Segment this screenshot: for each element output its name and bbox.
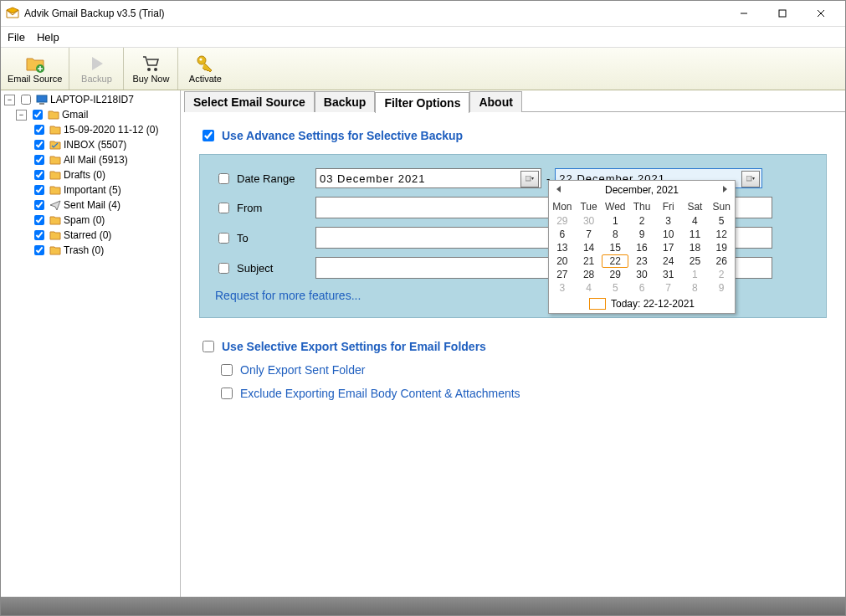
- calendar-day[interactable]: 27: [549, 268, 576, 281]
- tree-checkbox[interactable]: [34, 215, 44, 225]
- calendar-day[interactable]: 8: [682, 281, 709, 295]
- tab-select-email-source[interactable]: Select Email Source: [184, 91, 315, 112]
- tree-checkbox[interactable]: [34, 125, 44, 135]
- calendar-day[interactable]: 12: [708, 228, 735, 241]
- tab-about[interactable]: About: [469, 91, 521, 112]
- from-checkbox[interactable]: [218, 203, 229, 213]
- calendar-day[interactable]: 23: [628, 254, 655, 268]
- date-picker-popup[interactable]: December, 2021 MonTueWedThuFriSatSun 293…: [548, 180, 736, 314]
- calendar-day[interactable]: 9: [628, 228, 655, 241]
- date-from-input[interactable]: 03 December 2021: [315, 168, 541, 188]
- tree-folder[interactable]: 15-09-2020 11-12 (0): [1, 122, 180, 137]
- calendar-day[interactable]: 29: [549, 214, 576, 228]
- maximize-button[interactable]: [763, 1, 802, 26]
- calendar-day[interactable]: 26: [708, 254, 735, 268]
- calendar-day[interactable]: 6: [549, 228, 576, 241]
- tree-folder[interactable]: Important (5): [1, 182, 180, 198]
- tab-filter-options[interactable]: Filter Options: [375, 92, 469, 113]
- calendar-day[interactable]: 2: [628, 214, 655, 228]
- tree-account[interactable]: − Gmail: [1, 107, 180, 122]
- expand-toggle[interactable]: −: [16, 110, 27, 121]
- menu-file[interactable]: File: [8, 31, 25, 44]
- calendar-day[interactable]: 1: [602, 214, 628, 228]
- tree-folder[interactable]: Drafts (0): [1, 167, 180, 182]
- date-to-dropdown[interactable]: [741, 171, 760, 187]
- calendar-day[interactable]: 25: [682, 254, 709, 268]
- tree-folder[interactable]: Sent Mail (4): [1, 198, 180, 213]
- calendar-day[interactable]: 16: [628, 241, 655, 254]
- tree-checkbox[interactable]: [34, 200, 44, 210]
- tree-folder[interactable]: INBOX (5507): [1, 137, 180, 152]
- calendar-day[interactable]: 18: [682, 241, 709, 254]
- calendar-day[interactable]: 31: [655, 268, 682, 281]
- calendar-day[interactable]: 19: [708, 241, 735, 254]
- calendar-day[interactable]: 7: [576, 228, 602, 241]
- calendar-day[interactable]: 7: [655, 281, 682, 295]
- calendar-prev[interactable]: [554, 184, 564, 194]
- tree-root[interactable]: − LAPTOP-IL218ID7: [1, 92, 180, 107]
- calendar-day[interactable]: 21: [576, 254, 602, 268]
- calendar-day[interactable]: 5: [602, 281, 628, 295]
- tree-checkbox[interactable]: [33, 110, 43, 120]
- tab-backup[interactable]: Backup: [315, 91, 376, 112]
- use-advance-settings-checkbox[interactable]: [203, 130, 214, 141]
- calendar-day[interactable]: 2: [708, 268, 735, 281]
- calendar-day[interactable]: 28: [576, 268, 602, 281]
- tree-checkbox[interactable]: [34, 245, 44, 255]
- calendar-day[interactable]: 3: [655, 214, 682, 228]
- calendar-day[interactable]: 13: [549, 241, 576, 254]
- tree-checkbox[interactable]: [34, 185, 44, 195]
- calendar-day[interactable]: 15: [602, 241, 628, 254]
- toolbar-backup[interactable]: Backup: [69, 48, 124, 90]
- calendar-day[interactable]: 14: [576, 241, 602, 254]
- calendar-month-label[interactable]: December, 2021: [605, 184, 679, 196]
- window-title: Advik Gmail Backup v3.5 (Trial): [24, 8, 725, 19]
- tree-checkbox[interactable]: [34, 140, 44, 150]
- tree-folder-label: Drafts (0): [64, 169, 105, 181]
- folder-tree[interactable]: − LAPTOP-IL218ID7 − Gmail 15-09-2020 11-…: [1, 90, 181, 597]
- calendar-day[interactable]: 11: [682, 228, 709, 241]
- folder-icon: [49, 229, 61, 241]
- calendar-day[interactable]: 3: [549, 281, 576, 295]
- calendar-day[interactable]: 5: [708, 214, 735, 228]
- toolbar-buy-now[interactable]: Buy Now: [124, 48, 178, 90]
- tree-folder[interactable]: All Mail (5913): [1, 152, 180, 167]
- calendar-day[interactable]: 30: [576, 214, 602, 228]
- date-range-checkbox[interactable]: [218, 173, 229, 184]
- tree-folder[interactable]: Starred (0): [1, 228, 180, 243]
- menu-help[interactable]: Help: [37, 31, 59, 44]
- tree-checkbox[interactable]: [21, 95, 31, 105]
- date-from-dropdown[interactable]: [520, 171, 539, 187]
- calendar-day[interactable]: 4: [682, 214, 709, 228]
- tree-checkbox[interactable]: [34, 230, 44, 240]
- calendar-day[interactable]: 10: [655, 228, 682, 241]
- tree-checkbox[interactable]: [34, 170, 44, 180]
- calendar-today-label[interactable]: Today: 22-12-2021: [611, 298, 695, 310]
- calendar-day[interactable]: 30: [628, 268, 655, 281]
- calendar-day[interactable]: 24: [655, 254, 682, 268]
- toolbar-activate[interactable]: Activate: [178, 48, 232, 90]
- calendar-day[interactable]: 20: [549, 254, 576, 268]
- toolbar-email-source[interactable]: Email Source: [1, 48, 69, 90]
- calendar-day[interactable]: 4: [576, 281, 602, 295]
- exclude-body-checkbox[interactable]: [221, 388, 233, 399]
- use-selective-export-checkbox[interactable]: [203, 341, 214, 352]
- calendar-day[interactable]: 1: [682, 268, 709, 281]
- svg-rect-16: [746, 176, 751, 181]
- minimize-button[interactable]: [725, 1, 763, 26]
- subject-checkbox[interactable]: [218, 263, 229, 274]
- calendar-day[interactable]: 9: [708, 281, 735, 295]
- close-button[interactable]: [802, 1, 840, 26]
- calendar-day[interactable]: 6: [628, 281, 655, 295]
- tree-folder[interactable]: Spam (0): [1, 213, 180, 228]
- calendar-day[interactable]: 29: [602, 268, 628, 281]
- calendar-day[interactable]: 17: [655, 241, 682, 254]
- calendar-day[interactable]: 22: [602, 254, 628, 268]
- only-export-sent-checkbox[interactable]: [221, 364, 233, 376]
- tree-checkbox[interactable]: [34, 155, 44, 165]
- expand-toggle[interactable]: −: [4, 95, 15, 105]
- calendar-next[interactable]: [720, 184, 730, 194]
- calendar-day[interactable]: 8: [602, 228, 628, 241]
- to-checkbox[interactable]: [218, 233, 229, 244]
- tree-folder[interactable]: Trash (0): [1, 243, 180, 258]
